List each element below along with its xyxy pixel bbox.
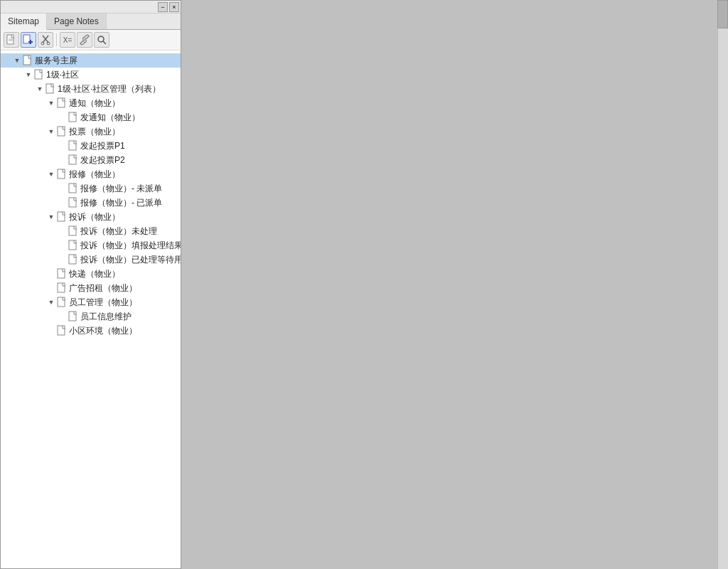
- tree-label-vote-p2: 发起投票P2: [80, 153, 125, 167]
- tree-item-staff-info[interactable]: 员工信息维护: [1, 309, 181, 324]
- tree-item-complaint-unhandled[interactable]: 投诉（物业）未处理: [1, 224, 181, 238]
- page-icon-environment: [56, 325, 68, 336]
- tree-label-complaint-handled: 投诉（物业）已处理等待用: [80, 252, 181, 267]
- svg-rect-19: [69, 141, 76, 150]
- svg-rect-25: [69, 226, 76, 235]
- tree-label-notice: 通知（物业）: [69, 96, 120, 110]
- tree-label-vote: 投票（物业）: [69, 124, 120, 139]
- page-icon-complaint: [56, 211, 68, 223]
- svg-rect-31: [69, 312, 76, 321]
- tree-item-community-mgmt[interactable]: ▼ 1级·社区·社区管理（列表）: [1, 82, 181, 96]
- page-icon-staff-info: [68, 311, 79, 322]
- page-icon-express: [56, 268, 68, 280]
- close-button[interactable]: ×: [169, 2, 179, 12]
- page-add-icon: [23, 34, 34, 46]
- scrollbar[interactable]: [717, 0, 728, 569]
- tab-bar: Sitemap Page Notes: [1, 14, 181, 30]
- svg-rect-17: [69, 112, 76, 122]
- page-icon-staff-mgmt: [56, 297, 68, 308]
- tree-item-repair-assigned[interactable]: 报修（物业）- 已派单: [1, 196, 181, 210]
- link-button[interactable]: [77, 32, 92, 48]
- tree-item-ad[interactable]: 广告招租（物业）: [1, 281, 181, 295]
- page-icon-complaint-handled: [68, 254, 79, 265]
- cut-button[interactable]: [38, 32, 53, 48]
- tab-sitemap[interactable]: Sitemap: [1, 14, 47, 30]
- tree-toggle-vote[interactable]: ▼: [46, 127, 56, 137]
- tree-label-root: 服务号主屏: [35, 53, 77, 68]
- tree-item-l1-community[interactable]: ▼ 1级·社区: [1, 68, 181, 82]
- svg-line-10: [83, 38, 86, 41]
- svg-rect-14: [35, 70, 42, 79]
- tree-item-express[interactable]: 快递（物业）: [1, 267, 181, 281]
- tree-toggle-l1-community[interactable]: ▼: [23, 70, 33, 80]
- tree-item-vote[interactable]: ▼ 投票（物业）: [1, 124, 181, 139]
- scrollbar-thumb[interactable]: [717, 0, 728, 28]
- tree-item-complaint[interactable]: ▼ 投诉（物业）: [1, 210, 181, 224]
- tree-label-repair: 报修（物业）: [69, 167, 120, 181]
- tree-label-repair-assigned: 报修（物业）- 已派单: [80, 196, 162, 210]
- tree-item-root[interactable]: ▼ 服务号主屏: [1, 53, 181, 68]
- page-icon-send-notice: [68, 112, 79, 123]
- tree-item-vote-p2[interactable]: 发起投票P2: [1, 153, 181, 167]
- svg-rect-28: [58, 269, 65, 278]
- tree-toggle-notice[interactable]: ▼: [46, 98, 56, 108]
- minimize-button[interactable]: −: [158, 2, 168, 12]
- tab-pagenotes[interactable]: Page Notes: [47, 14, 107, 29]
- search-icon: [96, 34, 107, 46]
- add-child-page-button[interactable]: [21, 32, 36, 48]
- tree-label-send-notice: 发通知（物业）: [80, 110, 140, 124]
- xequals-label: X=: [63, 36, 73, 44]
- svg-rect-13: [23, 55, 31, 65]
- tree-item-complaint-fill[interactable]: 投诉（物业）填报处理结果: [1, 238, 181, 252]
- scissors-icon: [40, 34, 51, 46]
- svg-point-11: [98, 36, 104, 42]
- tree-label-express: 快递（物业）: [69, 267, 120, 281]
- xequals-button[interactable]: X=: [60, 32, 75, 48]
- page-icon-repair-unassigned: [68, 183, 79, 194]
- page-icon-repair: [56, 169, 68, 180]
- svg-rect-29: [58, 283, 65, 292]
- svg-rect-16: [58, 98, 65, 107]
- svg-rect-21: [58, 169, 65, 179]
- svg-rect-30: [58, 297, 65, 307]
- tree-label-repair-unassigned: 报修（物业）- 未派单: [80, 181, 162, 196]
- tree-label-community-mgmt: 1级·社区·社区管理（列表）: [58, 82, 161, 96]
- svg-rect-26: [69, 240, 76, 250]
- tree-label-ad: 广告招租（物业）: [69, 281, 137, 295]
- search-button[interactable]: [94, 32, 109, 48]
- svg-rect-27: [69, 255, 76, 264]
- page-icon-vote: [56, 126, 68, 137]
- svg-rect-23: [69, 198, 76, 207]
- tree-item-notice[interactable]: ▼ 通知（物业）: [1, 96, 181, 110]
- toolbar: X=: [1, 30, 181, 50]
- svg-rect-20: [69, 155, 76, 164]
- tree-container[interactable]: ▼ 服务号主屏 ▼ 1级·社区: [1, 50, 181, 568]
- tree-label-staff-mgmt: 员工管理（物业）: [69, 295, 137, 309]
- tree-toggle-root[interactable]: ▼: [12, 55, 22, 65]
- tree-toggle-repair[interactable]: ▼: [46, 169, 56, 179]
- toolbar-separator: [56, 33, 57, 46]
- tree-label-staff-info: 员工信息维护: [80, 309, 132, 324]
- tree-item-complaint-handled[interactable]: 投诉（物业）已处理等待用: [1, 252, 181, 267]
- tree-item-vote-p1[interactable]: 发起投票P1: [1, 139, 181, 153]
- tree-item-staff-mgmt[interactable]: ▼ 员工管理（物业）: [1, 295, 181, 309]
- new-page-button[interactable]: [4, 32, 19, 48]
- title-bar: − ×: [1, 1, 181, 14]
- tree-toggle-staff-mgmt[interactable]: ▼: [46, 297, 56, 307]
- page-icon-complaint-unhandled: [68, 225, 79, 237]
- svg-rect-32: [58, 326, 65, 335]
- svg-rect-15: [46, 84, 53, 93]
- page-icon-community-mgmt: [45, 83, 56, 95]
- tree-toggle-complaint[interactable]: ▼: [46, 212, 56, 222]
- tree-item-repair-unassigned[interactable]: 报修（物业）- 未派单: [1, 181, 181, 196]
- tree-item-environment[interactable]: 小区环境（物业）: [1, 324, 181, 338]
- tree-item-repair[interactable]: ▼ 报修（物业）: [1, 167, 181, 181]
- page-icon-complaint-fill: [68, 240, 79, 251]
- page-icon: [6, 34, 17, 46]
- tree-label-complaint-unhandled: 投诉（物业）未处理: [80, 224, 157, 238]
- svg-line-12: [103, 41, 106, 44]
- tree-item-send-notice[interactable]: 发通知（物业）: [1, 110, 181, 124]
- page-icon-root: [22, 55, 33, 66]
- tree-toggle-community-mgmt[interactable]: ▼: [35, 84, 45, 94]
- tree-spacer-1: [58, 112, 68, 122]
